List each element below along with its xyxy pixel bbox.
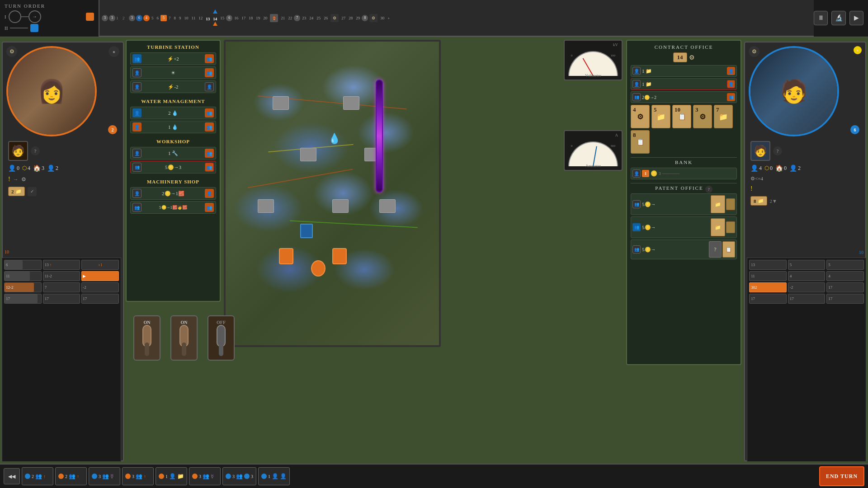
game-map[interactable]: 💧: [224, 40, 441, 347]
track-n-30: 30: [379, 16, 386, 20]
patent-help-button[interactable]: ?: [705, 186, 712, 193]
right-slider-1-2[interactable]: 11: [749, 271, 787, 281]
turbine-right-dark: 👤: [205, 82, 214, 91]
right-slider-3-3[interactable]: 17: [826, 282, 864, 292]
top-bar: TURN ORDER I → II: [0, 0, 868, 37]
contract-row-1: 👤 1 📁 👤: [631, 65, 737, 77]
contract-card-6[interactable]: 8 📋: [631, 130, 650, 154]
track-n-plus: +: [386, 16, 391, 20]
right-slider-label-2-4: 17: [790, 296, 794, 301]
map-building-2[interactable]: [343, 96, 359, 110]
right-folder-row: 8 📁 2▼: [749, 194, 862, 207]
right-slider-1-1[interactable]: 13: [749, 260, 787, 270]
action-btn-8[interactable]: 1 👤 👤: [258, 467, 290, 485]
right-slider-label-3-4: 17: [828, 296, 832, 301]
right-slider-1-3[interactable]: 302: [749, 282, 787, 292]
action-btn-3[interactable]: 3 👥 ☿: [89, 467, 120, 485]
action-btn-1[interactable]: 2 👥 ↑: [22, 467, 53, 485]
right-slider-2-4[interactable]: 17: [788, 294, 826, 304]
game-container: TURN ORDER I → II: [0, 0, 868, 488]
patent-worker-1: 👥: [632, 200, 641, 208]
slider-2-4[interactable]: 17: [43, 294, 80, 304]
workshop-section: WORKSHOP 👤 1 🔧 👥 👥 5🪙→3 👥: [130, 139, 216, 174]
microscope-button[interactable]: 🔬: [831, 11, 845, 25]
left-check-button[interactable]: ✓: [28, 187, 37, 196]
patent-folder-1[interactable]: 📁: [711, 195, 725, 213]
switch-2[interactable]: ON: [170, 315, 198, 361]
map-building-3[interactable]: [300, 148, 316, 161]
right-slider-col-3: 5 4 17 17: [826, 260, 864, 460]
action-4-num: 3: [132, 474, 134, 479]
right-slider-3-1[interactable]: 5: [826, 260, 864, 270]
patent-question-card[interactable]: ?: [709, 241, 722, 258]
slider-1-1[interactable]: 6: [4, 260, 42, 270]
switches-area: ON ON OFF: [133, 315, 235, 361]
left-folder-card[interactable]: 2 📁: [8, 187, 25, 196]
right-slider-1-4[interactable]: 17: [749, 294, 787, 304]
right-slider-label-1-2: 11: [751, 274, 755, 278]
ammeter-min: 0: [571, 144, 573, 148]
voltmeter-unit: Voltmeter: [585, 73, 601, 78]
patent-folder-3[interactable]: 📋: [722, 241, 735, 258]
map-tank-blue: [300, 224, 313, 238]
right-slider-label-2-1: 5: [790, 263, 792, 267]
slider-2-3[interactable]: 7: [43, 282, 80, 292]
bank-content: 1 🪙 3 ──────: [642, 170, 735, 177]
slider-2-1[interactable]: 13 ↑: [43, 260, 80, 270]
action-btn-4[interactable]: 3 👥 ↑: [122, 467, 154, 485]
pause-button[interactable]: ⏸: [814, 11, 828, 25]
action-7-num: 3: [232, 474, 235, 479]
end-turn-button[interactable]: END TURN: [819, 466, 864, 486]
right-slider-3-4[interactable]: 17: [826, 294, 864, 304]
machinery-row-1: 👤 2🪙→1🧱 👤: [130, 187, 216, 200]
contract-card-5[interactable]: 7 📁: [714, 105, 733, 128]
action-btn-5[interactable]: 1 👤 📁: [156, 467, 187, 485]
water-right-orange: 👥: [205, 108, 214, 117]
map-building-1[interactable]: [273, 96, 289, 110]
contract-card-2[interactable]: 5 📁: [651, 105, 670, 128]
slider-1-4[interactable]: 17: [4, 294, 42, 304]
slider-3-4[interactable]: 17: [81, 294, 119, 304]
slider-3-2[interactable]: ▶: [81, 271, 119, 281]
action-btn-2[interactable]: 2 👥 ↑: [55, 467, 87, 485]
right-gear-button[interactable]: ⚙: [749, 46, 760, 57]
switch-1[interactable]: ON: [133, 315, 160, 361]
right-slider-2-3[interactable]: -2: [788, 282, 826, 292]
left-help-button[interactable]: ?: [31, 146, 40, 155]
map-building-5[interactable]: [258, 199, 274, 213]
right-slider-2-2[interactable]: 4: [788, 271, 826, 281]
right-slider-3-2[interactable]: 4: [826, 271, 864, 281]
contract-worker-1: 👤: [632, 67, 641, 75]
left-settings-dot[interactable]: ●: [108, 46, 119, 57]
forward-button[interactable]: ▶: [849, 11, 863, 25]
action-btn-7[interactable]: 3 👥 3: [222, 467, 256, 485]
turbine-worker-dark: 👤: [132, 68, 142, 77]
left-stat-white-num: 2: [56, 165, 58, 172]
right-slider-2-1[interactable]: 5: [788, 260, 826, 270]
slider-3-3[interactable]: -2: [81, 282, 119, 292]
contract-card-4[interactable]: 3 ⚙: [693, 105, 712, 128]
contract-card-3[interactable]: 10 📋: [672, 105, 691, 128]
map-building-7[interactable]: [379, 199, 396, 213]
action-btn-6[interactable]: 3 👥 ☿: [189, 467, 221, 485]
machinery-row-2: 👥 5🪙→1🧱🧑🧱 👥: [130, 201, 216, 214]
patent-title-row: PATENT OFFICE ?: [631, 185, 737, 193]
contract-card-3-icon: 📋: [678, 113, 686, 121]
turbine-worker-single: 👤: [132, 82, 142, 91]
slider-3-1[interactable]: +1: [81, 260, 119, 270]
contract-card-1[interactable]: 4 ⚙: [631, 105, 650, 128]
nav-back-button[interactable]: ◀◀: [4, 468, 20, 484]
contract-cards-grid: 4 ⚙ 5 📁 10 📋 3 ⚙ 7 📁: [631, 105, 737, 154]
right-stat-white: 👤 2: [789, 164, 801, 172]
right-help-button[interactable]: ?: [773, 146, 782, 155]
slider-1-2[interactable]: 11: [4, 271, 42, 281]
slider-2-2[interactable]: 11-2: [43, 271, 80, 281]
slider-1-3[interactable]: 12-2: [4, 282, 42, 292]
map-building-6[interactable]: [332, 199, 349, 213]
right-folder-card[interactable]: 8 📁: [750, 196, 767, 206]
left-gear-button[interactable]: ⚙: [6, 46, 17, 57]
patent-folder-2[interactable]: 📁: [711, 218, 725, 236]
action-2-dot: [58, 474, 64, 479]
switch-3[interactable]: OFF: [208, 315, 235, 361]
machinery-shop-title: MACHINERY SHOP: [130, 179, 216, 184]
